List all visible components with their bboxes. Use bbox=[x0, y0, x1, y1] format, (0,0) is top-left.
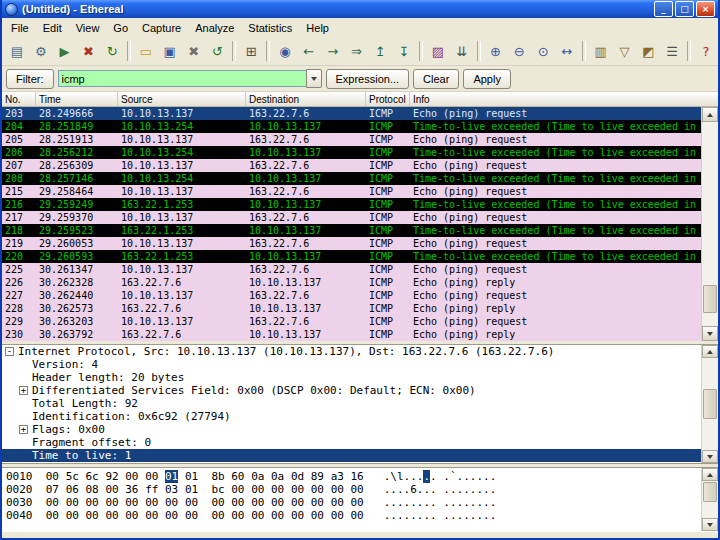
expander-icon[interactable]: + bbox=[19, 425, 28, 434]
go-to-packet-icon[interactable]: ⇒ bbox=[345, 39, 369, 63]
scroll-up-icon[interactable] bbox=[702, 345, 718, 358]
print-icon[interactable]: ⊞ bbox=[239, 39, 263, 63]
capture-filters-icon[interactable]: ▥ bbox=[589, 39, 613, 63]
packet-row[interactable]: 22630.262328163.22.7.610.10.13.137ICMPEc… bbox=[2, 276, 718, 289]
column-header-destination[interactable]: Destination bbox=[246, 92, 366, 106]
detail-line[interactable]: -Internet Protocol, Src: 10.10.13.137 (1… bbox=[2, 345, 718, 358]
column-header-source[interactable]: Source bbox=[118, 92, 246, 106]
details-scrollbar-thumb[interactable] bbox=[703, 389, 717, 419]
close-button[interactable]: × bbox=[696, 1, 715, 17]
reload-icon[interactable]: ↺ bbox=[205, 39, 229, 63]
scroll-up-icon[interactable] bbox=[702, 468, 718, 481]
hex-row[interactable]: 0010 00 5c 6c 92 00 00 01 01 8b 60 0a 0a… bbox=[6, 470, 718, 483]
packet-cell: Echo (ping) request bbox=[410, 289, 718, 302]
preferences-icon[interactable]: ☰ bbox=[660, 39, 684, 63]
packet-row[interactable]: 20628.25621210.10.13.25410.10.13.137ICMP… bbox=[2, 146, 718, 159]
expression-button[interactable]: Expression... bbox=[326, 69, 410, 89]
menu-item-analyze[interactable]: Analyze bbox=[188, 20, 241, 36]
save-file-icon[interactable]: ▣ bbox=[158, 39, 182, 63]
open-file-icon[interactable]: ▭ bbox=[134, 39, 158, 63]
interface-list-icon[interactable]: ▤ bbox=[5, 39, 29, 63]
hex-scrollbar[interactable] bbox=[701, 468, 718, 531]
column-header-no[interactable]: No. bbox=[2, 92, 36, 106]
hex-byte: 5c bbox=[66, 470, 79, 483]
zoom-in-icon[interactable]: ⊕ bbox=[484, 39, 508, 63]
filter-input[interactable] bbox=[58, 70, 306, 87]
packet-row[interactable]: 22029.260593163.22.1.25310.10.13.137ICMP… bbox=[2, 250, 718, 263]
hex-scrollbar-thumb[interactable] bbox=[703, 482, 717, 502]
packet-row[interactable]: 21629.259249163.22.1.25310.10.13.137ICMP… bbox=[2, 198, 718, 211]
capture-start-icon[interactable]: ▶ bbox=[53, 39, 77, 63]
help-icon[interactable]: ? bbox=[694, 39, 718, 63]
column-header-info[interactable]: Info bbox=[410, 92, 718, 106]
hex-row[interactable]: 0020 07 06 08 00 36 ff 03 01 bc 00 00 00… bbox=[6, 483, 718, 496]
hex-row[interactable]: 0030 00 00 00 00 00 00 00 00 00 00 00 00… bbox=[6, 496, 718, 509]
menu-item-help[interactable]: Help bbox=[299, 20, 336, 36]
titlebar[interactable]: (Untitled) - Ethereal _ □ × bbox=[2, 0, 718, 18]
detail-line[interactable]: +Flags: 0x00 bbox=[2, 423, 718, 436]
hex-row[interactable]: 0040 00 00 00 00 00 00 00 00 00 00 00 00… bbox=[6, 509, 718, 522]
colorize-icon[interactable]: ▨ bbox=[426, 39, 450, 63]
column-header-time[interactable]: Time bbox=[36, 92, 118, 106]
packet-row[interactable]: 20428.25184910.10.13.25410.10.13.137ICMP… bbox=[2, 120, 718, 133]
detail-line[interactable]: Header length: 20 bytes bbox=[2, 371, 718, 384]
clear-button[interactable]: Clear bbox=[413, 69, 459, 89]
zoom-out-icon[interactable]: ⊖ bbox=[507, 39, 531, 63]
detail-line[interactable]: Fragment offset: 0 bbox=[2, 436, 718, 449]
scroll-down-icon[interactable] bbox=[702, 450, 718, 463]
details-scrollbar[interactable] bbox=[701, 345, 718, 463]
detail-line[interactable]: +Differentiated Services Field: 0x00 (DS… bbox=[2, 384, 718, 397]
zoom-100-icon[interactable]: ⊙ bbox=[531, 39, 555, 63]
go-top-icon[interactable]: ↥ bbox=[368, 39, 392, 63]
expander-icon[interactable]: + bbox=[19, 386, 28, 395]
detail-line[interactable]: Version: 4 bbox=[2, 358, 718, 371]
find-packet-icon[interactable]: ◉ bbox=[273, 39, 297, 63]
scroll-down-icon[interactable] bbox=[702, 518, 718, 531]
column-header-protocol[interactable]: Protocol bbox=[366, 92, 410, 106]
packet-row[interactable]: 22830.262573163.22.7.610.10.13.137ICMPEc… bbox=[2, 302, 718, 315]
display-filters-icon[interactable]: ▽ bbox=[613, 39, 637, 63]
menu-item-view[interactable]: View bbox=[69, 20, 107, 36]
menu-item-file[interactable]: File bbox=[4, 20, 36, 36]
packet-row[interactable]: 21829.259523163.22.1.25310.10.13.137ICMP… bbox=[2, 224, 718, 237]
packet-row[interactable]: 20728.25630910.10.13.137163.22.7.6ICMPEc… bbox=[2, 159, 718, 172]
packet-row[interactable]: 22930.26320310.10.13.137163.22.7.6ICMPEc… bbox=[2, 315, 718, 328]
minimize-button[interactable]: _ bbox=[654, 1, 673, 17]
menu-item-capture[interactable]: Capture bbox=[135, 20, 188, 36]
filter-button[interactable]: Filter: bbox=[6, 69, 54, 89]
coloring-rules-icon[interactable]: ◩ bbox=[636, 39, 660, 63]
filter-dropdown-icon[interactable] bbox=[306, 69, 322, 88]
scroll-up-icon[interactable] bbox=[702, 107, 718, 122]
packet-list-scrollbar-thumb[interactable] bbox=[703, 285, 717, 313]
packet-row[interactable]: 22730.26244010.10.13.137163.22.7.6ICMPEc… bbox=[2, 289, 718, 302]
capture-restart-icon[interactable]: ↻ bbox=[100, 39, 124, 63]
menu-item-edit[interactable]: Edit bbox=[36, 20, 69, 36]
detail-line[interactable]: Time to live: 1 bbox=[2, 449, 718, 462]
packet-row[interactable]: 20328.24966610.10.13.137163.22.7.6ICMPEc… bbox=[2, 107, 718, 120]
detail-line[interactable]: Total Length: 92 bbox=[2, 397, 718, 410]
packet-row[interactable]: 20828.25714610.10.13.25410.10.13.137ICMP… bbox=[2, 172, 718, 185]
go-back-icon[interactable]: ← bbox=[297, 39, 321, 63]
go-bottom-icon[interactable]: ↧ bbox=[392, 39, 416, 63]
ascii-char: l bbox=[397, 470, 404, 483]
menu-item-statistics[interactable]: Statistics bbox=[241, 20, 299, 36]
go-forward-icon[interactable]: → bbox=[321, 39, 345, 63]
resize-columns-icon[interactable]: ↔ bbox=[555, 39, 579, 63]
scroll-down-icon[interactable] bbox=[702, 326, 718, 341]
expander-icon[interactable]: - bbox=[5, 347, 14, 356]
packet-row[interactable]: 21529.25846410.10.13.137163.22.7.6ICMPEc… bbox=[2, 185, 718, 198]
packet-row[interactable]: 21729.25937010.10.13.137163.22.7.6ICMPEc… bbox=[2, 211, 718, 224]
menu-item-go[interactable]: Go bbox=[106, 20, 135, 36]
autoscroll-icon[interactable]: ⇊ bbox=[450, 39, 474, 63]
maximize-button[interactable]: □ bbox=[675, 1, 694, 17]
capture-options-icon[interactable]: ⚙ bbox=[29, 39, 53, 63]
packet-row[interactable]: 23030.263792163.22.7.610.10.13.137ICMPEc… bbox=[2, 328, 718, 341]
detail-line[interactable]: Identification: 0x6c92 (27794) bbox=[2, 410, 718, 423]
packet-row[interactable]: 22530.26134710.10.13.137163.22.7.6ICMPEc… bbox=[2, 263, 718, 276]
packet-row[interactable]: 20528.25191310.10.13.137163.22.7.6ICMPEc… bbox=[2, 133, 718, 146]
packet-row[interactable]: 21929.26005310.10.13.137163.22.7.6ICMPEc… bbox=[2, 237, 718, 250]
capture-stop-icon[interactable]: ✖ bbox=[76, 39, 100, 63]
packet-list-scrollbar[interactable] bbox=[701, 107, 718, 341]
close-file-icon[interactable]: ✖ bbox=[182, 39, 206, 63]
apply-button[interactable]: Apply bbox=[463, 69, 511, 89]
